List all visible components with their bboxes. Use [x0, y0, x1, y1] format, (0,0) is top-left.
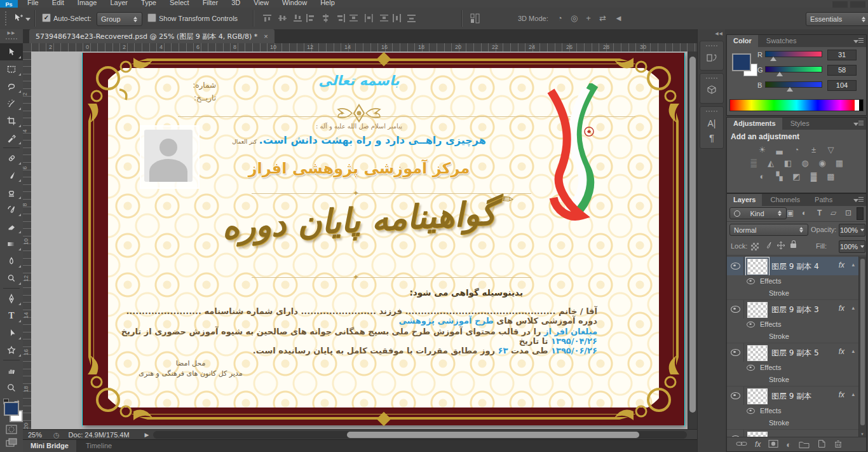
link-layers-icon[interactable] [736, 439, 747, 449]
3d-slide-icon[interactable]: ⇄ [599, 13, 606, 23]
new-layer-icon[interactable] [817, 439, 826, 449]
menu-edit[interactable]: Edit [52, 0, 64, 6]
red-slider-thumb[interactable] [770, 57, 776, 61]
blur-tool[interactable] [0, 252, 23, 270]
distribute-bottom-edges-icon[interactable] [379, 14, 389, 24]
curves-icon[interactable]: ◔ [788, 145, 805, 154]
panel-menu-icon[interactable] [853, 120, 864, 127]
color-balance-icon[interactable]: ◭ [763, 158, 780, 168]
3d-roll-icon[interactable]: ◎ [571, 13, 578, 23]
group-dropdown[interactable]: Group [97, 12, 142, 26]
3d-rotate-icon[interactable]: ◔ [557, 13, 562, 23]
effects-eye-icon[interactable] [747, 278, 755, 284]
expand-panels-icon[interactable]: ◀◀ [698, 29, 726, 38]
distribute-top-edges-icon[interactable] [349, 14, 358, 24]
spot-healing-tool[interactable] [0, 149, 23, 167]
effects-eye-icon[interactable] [747, 365, 755, 371]
hand-tool[interactable] [0, 362, 23, 379]
stroke-row[interactable]: Stroke [727, 287, 858, 299]
layer-thumbnail[interactable] [747, 432, 768, 437]
distribute-horizontal-spacing-icon[interactable] [392, 14, 402, 24]
blue-slider[interactable] [765, 81, 822, 88]
layer-row-partial[interactable] [727, 429, 858, 437]
align-left-edges-icon[interactable] [306, 14, 315, 24]
layer-thumbnail[interactable] [747, 345, 768, 361]
visibility-toggle[interactable] [727, 300, 744, 318]
tab-layers[interactable]: Layers [727, 194, 762, 206]
tab-swatches[interactable]: Swatches [760, 35, 803, 47]
tab-timeline[interactable]: Timeline [78, 440, 119, 452]
stroke-row[interactable]: Stroke [727, 374, 858, 386]
horizontal-ruler[interactable]: 20 24 68 1012 1416 1820 2224 2628 30 [31, 43, 697, 52]
layer-row[interactable]: 图层 9 副本 5 fx ▴ [727, 343, 858, 362]
collapse-effects-chevron[interactable]: ▴ [851, 261, 855, 268]
visibility-toggle[interactable] [727, 257, 744, 275]
visibility-toggle[interactable] [727, 387, 744, 405]
layer-style-icon[interactable]: fx [755, 440, 761, 449]
collapse-effects-chevron[interactable]: ▴ [851, 348, 855, 354]
green-slider[interactable] [765, 66, 822, 72]
vibrance-icon[interactable]: ▽ [822, 145, 839, 154]
distribute-vertical-centers-icon[interactable] [364, 14, 374, 24]
visibility-toggle[interactable] [727, 343, 744, 362]
black-white-icon[interactable]: ◧ [780, 158, 797, 168]
tool-preset-move-icon[interactable] [13, 13, 24, 24]
auto-align-icon[interactable] [470, 13, 475, 24]
tab-adjustments[interactable]: Adjustments [727, 118, 782, 130]
layer-thumbnail[interactable] [747, 302, 768, 318]
character-panel-icon[interactable]: A| [700, 118, 723, 128]
levels-icon[interactable]: ▃ [771, 145, 788, 154]
threshold-icon[interactable]: ◩ [788, 172, 805, 181]
effects-row[interactable]: Effects [727, 318, 858, 331]
eyedropper-tool[interactable] [0, 129, 23, 146]
quick-mask-icon[interactable] [6, 425, 17, 435]
doc-size-readout[interactable]: Doc: 24.9M/175.4M [69, 431, 130, 439]
history-panel-button[interactable] [700, 41, 724, 71]
collapse-effects-chevron[interactable]: ▴ [851, 391, 855, 397]
align-bottom-edges-icon[interactable] [293, 14, 302, 24]
lock-position-icon[interactable] [776, 241, 785, 251]
add-mask-icon[interactable] [768, 439, 778, 449]
effects-eye-icon[interactable] [747, 322, 755, 327]
hue-saturation-icon[interactable]: ▒ [745, 158, 763, 168]
layer-name[interactable]: 图层 9 副本 4 [771, 261, 819, 272]
photo-filter-icon[interactable]: ◍ [797, 158, 814, 168]
red-value[interactable]: 31 [827, 50, 857, 60]
selective-color-icon[interactable]: ▩ [822, 172, 839, 181]
menu-help[interactable]: Help [320, 0, 335, 6]
menu-image[interactable]: Image [78, 0, 97, 6]
fill-value[interactable]: 100% [839, 240, 865, 253]
3d-camera-icon[interactable]: ◄ [614, 13, 623, 23]
effects-row[interactable]: Effects [727, 275, 858, 287]
filter-smart-object-icon[interactable]: ⊡ [845, 209, 851, 217]
menu-select[interactable]: Select [170, 0, 189, 6]
clone-stamp-tool[interactable] [0, 184, 23, 201]
document-tab[interactable]: 5739486734e23-Recovered.psd @ 25% (图层 9 … [29, 29, 275, 43]
effects-row[interactable]: Effects [727, 405, 858, 417]
effects-eye-icon[interactable] [747, 408, 755, 414]
align-right-edges-icon[interactable] [336, 14, 346, 24]
tab-mini-bridge[interactable]: Mini Bridge [23, 440, 76, 452]
align-top-edges-icon[interactable] [262, 14, 272, 24]
tab-channels[interactable]: Channels [764, 194, 806, 206]
layer-name[interactable]: 图层 9 副本 5 [771, 348, 819, 359]
auto-select-checkbox[interactable]: ✓ [42, 13, 51, 22]
blue-slider-thumb[interactable] [787, 87, 793, 92]
screen-mode-icon[interactable] [6, 438, 17, 449]
green-slider-thumb[interactable] [776, 72, 783, 76]
paragraph-panel-icon[interactable]: ¶ [700, 132, 723, 143]
dodge-tool[interactable] [0, 270, 23, 287]
horizontal-scrollbar[interactable] [153, 431, 687, 439]
effects-row[interactable]: Effects [727, 362, 858, 374]
vertical-scrollbar-thumb[interactable] [689, 57, 696, 413]
menu-filter[interactable]: Filter [203, 0, 218, 6]
menu-type[interactable]: Type [141, 0, 156, 6]
lock-all-icon[interactable] [790, 240, 796, 248]
layers-scrollbar[interactable]: ▼ [858, 256, 866, 437]
filter-shape-icon[interactable]: ▱ [831, 209, 836, 217]
filter-pixel-icon[interactable]: ▣ [787, 209, 794, 217]
color-spectrum-ramp[interactable] [729, 99, 864, 111]
delete-layer-icon[interactable] [834, 439, 843, 449]
filter-kind-dropdown[interactable]: Kind [729, 207, 787, 219]
history-brush-tool[interactable] [0, 201, 23, 218]
